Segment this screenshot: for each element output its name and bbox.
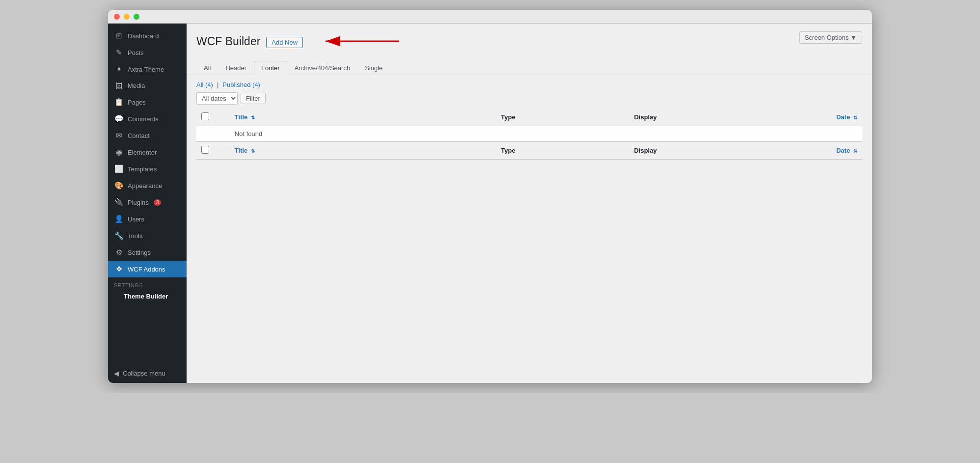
collapse-label: Collapse menu	[123, 370, 165, 377]
table-header-row: Title ⇅ Type Display Date ⇅	[196, 109, 862, 126]
table-header-type: Type	[496, 109, 629, 126]
sidebar-item-settings[interactable]: ⚙ Settings	[108, 244, 187, 261]
content-area: All (4) | Published (4) All dates Filter	[187, 75, 872, 383]
red-arrow-svg	[311, 31, 409, 51]
sidebar-item-dashboard[interactable]: ⊞ Dashboard	[108, 27, 187, 44]
select-all-checkbox[interactable]	[201, 112, 209, 120]
filter-link-all[interactable]: All (4)	[196, 81, 213, 88]
sidebar-item-contact[interactable]: ✉ Contact	[108, 127, 187, 144]
table-header-check	[196, 109, 230, 126]
table-footer-row: Title ⇅ Type Display Date ⇅	[196, 142, 862, 160]
dashboard-icon: ⊞	[114, 31, 124, 40]
appearance-icon: 🎨	[114, 181, 124, 190]
maximize-button[interactable]	[134, 14, 139, 20]
sidebar-item-label: Posts	[128, 49, 144, 56]
filter-sep: |	[217, 81, 218, 88]
page-title: WCF Builder	[196, 35, 260, 48]
settings-icon: ⚙	[114, 248, 124, 257]
minimize-button[interactable]	[124, 14, 130, 20]
close-button[interactable]	[114, 14, 120, 20]
sidebar-item-label: Dashboard	[128, 32, 159, 40]
tab-single[interactable]: Single	[357, 61, 390, 75]
footer-title-sort-icon: ⇅	[251, 148, 255, 154]
sidebar-item-templates[interactable]: ⬜ Templates	[108, 161, 187, 177]
add-new-button[interactable]: Add New	[266, 37, 303, 48]
collapse-icon: ◀	[114, 370, 119, 377]
sidebar-item-wcf-addons[interactable]: ❖ WCF Addons	[108, 261, 187, 277]
collapse-menu-button[interactable]: ◀ Collapse menu	[108, 364, 187, 383]
sidebar-item-label: Comments	[128, 115, 159, 123]
main-content: WCF Builder Add New	[187, 24, 872, 383]
date-filter-select[interactable]: All dates	[196, 92, 238, 105]
table-row-not-found: Not found	[196, 126, 862, 142]
tab-all[interactable]: All	[196, 61, 218, 75]
sidebar-item-label: Users	[128, 216, 144, 223]
topbar: WCF Builder Add New	[187, 24, 872, 51]
elementor-icon: ◉	[114, 148, 124, 157]
screen-options-button[interactable]: Screen Options ▼	[799, 31, 862, 44]
page-heading: WCF Builder Add New	[196, 31, 409, 51]
wcf-addons-icon: ❖	[114, 265, 124, 273]
axtra-icon: ✦	[114, 65, 124, 74]
plugins-icon: 🔌	[114, 198, 124, 207]
tab-nav: All Header Footer Archive/404/Search Sin…	[187, 55, 872, 75]
contact-icon: ✉	[114, 131, 124, 140]
sidebar-item-users[interactable]: 👤 Users	[108, 211, 187, 227]
sidebar-sub-section-label: Settings	[108, 277, 187, 290]
wp-list-table: Title ⇅ Type Display Date ⇅	[196, 109, 862, 160]
sidebar-item-plugins[interactable]: 🔌 Plugins 3	[108, 194, 187, 211]
table-header-title[interactable]: Title ⇅	[230, 109, 496, 126]
comments-icon: 💬	[114, 114, 124, 123]
table-head: Title ⇅ Type Display Date ⇅	[196, 109, 862, 126]
plugins-badge: 3	[154, 199, 162, 206]
posts-icon: ✎	[114, 48, 124, 57]
title-sort-icon: ⇅	[251, 115, 255, 120]
footer-date-sort-icon: ⇅	[853, 148, 857, 154]
titlebar	[108, 10, 872, 24]
sidebar-item-pages[interactable]: 📋 Pages	[108, 94, 187, 110]
theme-builder-label: Theme Builder	[124, 293, 168, 300]
media-icon: 🖼	[114, 82, 124, 90]
sidebar-item-label: Plugins	[128, 199, 149, 206]
tab-header[interactable]: Header	[218, 61, 254, 75]
sidebar-item-label: Templates	[128, 165, 157, 173]
select-all-footer-checkbox[interactable]	[201, 146, 209, 154]
app-layout: ⊞ Dashboard ✎ Posts ✦ Axtra Theme 🖼 Medi…	[108, 24, 872, 383]
users-icon: 👤	[114, 215, 124, 223]
sidebar-sub-item-theme-builder[interactable]: Theme Builder	[108, 290, 187, 302]
sidebar-item-label: Media	[128, 82, 145, 89]
sidebar-item-label: WCF Addons	[128, 266, 165, 273]
filter-links: All (4) | Published (4)	[196, 81, 862, 88]
table-footer-title[interactable]: Title ⇅	[230, 142, 496, 160]
filter-bar: All dates Filter	[196, 92, 862, 105]
tools-icon: 🔧	[114, 231, 124, 240]
table-footer-display: Display	[629, 142, 762, 160]
table-footer-check	[196, 142, 230, 160]
table-header-date[interactable]: Date ⇅	[762, 109, 862, 126]
pages-icon: 📋	[114, 98, 124, 107]
tab-footer[interactable]: Footer	[254, 61, 287, 75]
screen-options-label: Screen Options ▼	[805, 34, 857, 41]
arrow-annotation	[311, 31, 409, 51]
table-footer-date[interactable]: Date ⇅	[762, 142, 862, 160]
sidebar-item-posts[interactable]: ✎ Posts	[108, 44, 187, 61]
sidebar-item-media[interactable]: 🖼 Media	[108, 78, 187, 94]
sidebar-item-appearance[interactable]: 🎨 Appearance	[108, 177, 187, 194]
sidebar-item-comments[interactable]: 💬 Comments	[108, 110, 187, 127]
table-foot: Title ⇅ Type Display Date ⇅	[196, 142, 862, 160]
sidebar-item-label: Elementor	[128, 149, 157, 156]
sidebar-item-label: Appearance	[128, 182, 162, 190]
sidebar-item-label: Contact	[128, 132, 150, 139]
sidebar-item-tools[interactable]: 🔧 Tools	[108, 227, 187, 244]
sidebar-item-label: Axtra Theme	[128, 66, 164, 73]
app-window: ⊞ Dashboard ✎ Posts ✦ Axtra Theme 🖼 Medi…	[108, 10, 872, 383]
tab-archive[interactable]: Archive/404/Search	[287, 61, 357, 75]
sidebar-item-label: Pages	[128, 99, 146, 106]
sidebar-item-elementor[interactable]: ◉ Elementor	[108, 144, 187, 161]
not-found-cell: Not found	[230, 126, 862, 142]
templates-icon: ⬜	[114, 164, 124, 173]
table-footer-type: Type	[496, 142, 629, 160]
filter-button[interactable]: Filter	[241, 93, 266, 104]
sidebar-item-axtra-theme[interactable]: ✦ Axtra Theme	[108, 61, 187, 78]
filter-link-published[interactable]: Published (4)	[222, 81, 260, 88]
